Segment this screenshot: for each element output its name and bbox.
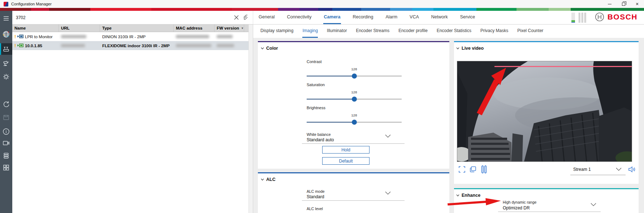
brightness-slider[interactable]: 128	[307, 120, 402, 125]
apps-grid-icon[interactable]	[0, 162, 12, 173]
info-icon[interactable]	[0, 126, 12, 137]
warning-icon: !	[14, 34, 16, 39]
tab-camera[interactable]: Camera	[323, 11, 341, 24]
bosch-supergraphic-stripe	[0, 8, 644, 11]
tab-general[interactable]: General	[258, 11, 275, 24]
camera-device-green-icon	[17, 44, 23, 48]
table-row[interactable]: ! LPR to Monitor DINION 3100i IR - 2MP	[12, 32, 253, 41]
color-section: Color Contrast 128 Saturation 128	[258, 41, 449, 169]
ptz-camera-icon[interactable]	[0, 58, 12, 70]
video-camera-icon[interactable]	[0, 137, 12, 149]
tab-network[interactable]: Network	[431, 11, 449, 24]
column-header-mac[interactable]: MAC address	[174, 25, 215, 32]
hdr-label: High dynamic range	[503, 200, 536, 204]
table-scrollbar[interactable]	[248, 25, 253, 213]
tab-alarm[interactable]: Alarm	[385, 11, 398, 24]
slider-thumb[interactable]	[352, 97, 357, 102]
column-header-type[interactable]: Type	[100, 25, 174, 32]
minimize-button[interactable]	[603, 0, 617, 8]
brightness-label: Brightness	[307, 106, 325, 110]
close-button[interactable]: ×	[630, 0, 644, 8]
camera-fisheye-image	[457, 61, 632, 161]
column-header-fw[interactable]: FW version▼	[215, 25, 244, 32]
attach-filter-icon[interactable]	[241, 13, 249, 22]
network-scan-icon[interactable]	[0, 28, 12, 40]
redacted-fw	[217, 35, 233, 38]
alc-mode-value[interactable]: Standard	[307, 194, 324, 199]
save-icon[interactable]	[0, 112, 12, 123]
default-button[interactable]: Default	[322, 157, 369, 165]
menu-icon[interactable]	[0, 13, 12, 24]
collapse-chevron-icon[interactable]	[261, 47, 264, 49]
stream-select-dropdown[interactable]	[570, 175, 626, 175]
bosch-brand: BOSCH	[595, 12, 637, 22]
brightness-value: 128	[351, 113, 357, 117]
section-title: Live video	[462, 46, 484, 51]
subtab-display-stamping[interactable]: Display stamping	[260, 25, 293, 38]
slider-thumb[interactable]	[352, 74, 357, 79]
subtab-privacy-masks[interactable]: Privacy Masks	[480, 25, 508, 38]
tab-connectivity[interactable]: Connectivity	[286, 11, 312, 24]
chevron-down-icon[interactable]	[385, 191, 391, 195]
stream-select-value[interactable]: Stream 1	[573, 167, 591, 172]
subtab-pixel-counter[interactable]: Pixel Counter	[517, 25, 543, 38]
table-header: Name URL Type MAC address FW version▼	[12, 25, 253, 32]
redacted-mac	[176, 44, 211, 47]
slider-thumb[interactable]	[352, 120, 357, 125]
hold-button[interactable]: Hold	[322, 146, 369, 154]
collapse-chevron-icon[interactable]	[456, 47, 459, 49]
my-devices-icon[interactable]	[0, 43, 12, 55]
section-title: ALC	[266, 177, 276, 182]
column-header-url[interactable]: URL	[59, 25, 100, 32]
bosch-logo-text: BOSCH	[608, 13, 637, 21]
live-video-frame[interactable]	[457, 61, 632, 162]
subtab-encoder-statistics[interactable]: Encoder Statistics	[437, 25, 471, 38]
table-row-selected[interactable]: ! 10.0.1.85 FLEXIDOME indoor 3100i IR - …	[12, 41, 253, 50]
white-balance-dropdown[interactable]	[302, 143, 405, 144]
database-icon[interactable]	[0, 150, 12, 161]
main-tab-bar: General Connectivity Camera Recording Al…	[253, 11, 644, 24]
sidebar	[0, 11, 12, 213]
speaker-icon[interactable]	[628, 166, 635, 173]
window-title: Configuration Manager	[11, 2, 52, 6]
subtab-encoder-profile[interactable]: Encoder profile	[398, 25, 428, 38]
chevron-down-icon[interactable]	[385, 134, 391, 138]
redacted-fw	[217, 44, 234, 47]
device-filter-bar	[12, 11, 253, 24]
subtab-illuminator[interactable]: Illuminator	[327, 25, 347, 38]
camera-subtab-bar: Display stamping Imaging Illuminator Enc…	[253, 25, 644, 38]
pause-icon[interactable]	[481, 165, 487, 173]
contrast-label: Contrast	[307, 59, 322, 64]
hdr-value[interactable]: Optimized DR	[503, 205, 530, 210]
subtab-encoder-streams[interactable]: Encoder Streams	[356, 25, 389, 38]
collapse-chevron-icon[interactable]	[456, 194, 459, 196]
refresh-icon[interactable]	[0, 98, 12, 110]
column-header-name[interactable]: Name	[12, 25, 59, 32]
warning-icon: !	[14, 43, 16, 48]
white-balance-value[interactable]: Standard auto	[307, 137, 334, 142]
alc-mode-dropdown[interactable]	[302, 200, 405, 201]
title-bar: Configuration Manager ×	[0, 0, 644, 8]
saturation-slider[interactable]: 128	[307, 97, 402, 102]
fullscreen-icon[interactable]	[459, 166, 465, 173]
snapshot-icon[interactable]	[470, 166, 476, 173]
white-balance-label: White balance	[307, 132, 331, 137]
settings-gear-icon[interactable]	[0, 71, 12, 83]
hdr-dropdown[interactable]	[498, 212, 601, 212]
alc-mode-label: ALC mode	[307, 189, 325, 194]
chevron-down-icon[interactable]	[616, 168, 622, 171]
tab-recording[interactable]: Recording	[352, 11, 374, 24]
restore-button[interactable]	[617, 0, 630, 8]
tab-service[interactable]: Service	[459, 11, 476, 24]
contrast-slider[interactable]: 128	[307, 74, 402, 79]
subtab-imaging[interactable]: Imaging	[302, 25, 318, 38]
live-video-section: Live video	[454, 41, 639, 184]
search-input[interactable]	[16, 15, 232, 20]
network-meter-icon	[579, 13, 586, 23]
clear-search-icon[interactable]	[232, 13, 241, 22]
tab-vca[interactable]: VCA	[409, 11, 420, 24]
redacted-url	[61, 44, 85, 47]
annotation-arrow-right	[447, 197, 502, 208]
chevron-down-icon[interactable]	[591, 203, 596, 206]
collapse-chevron-icon[interactable]	[261, 178, 264, 181]
